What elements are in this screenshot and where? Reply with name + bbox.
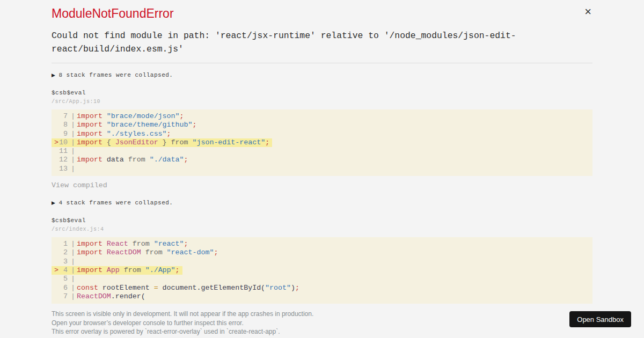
code-line: 3| — [52, 258, 592, 266]
gutter-separator: | — [71, 130, 75, 138]
collapsed-frames-label: 4 stack frames were collapsed. — [58, 200, 173, 206]
line-number: 13 — [58, 165, 68, 173]
line-marker — [52, 284, 58, 292]
divider — [52, 63, 592, 63]
footer-note: This screen is visible only in developme… — [52, 310, 592, 319]
error-title: ModuleNotFoundError — [52, 6, 592, 20]
code-text: import App from "./App"; — [77, 266, 180, 274]
code-line: 12|import data from "./data"; — [52, 156, 592, 164]
code-line: 6|const rootElement = document.getElemen… — [52, 284, 592, 292]
line-number: 12 — [58, 156, 68, 164]
code-text: const rootElement = document.getElementB… — [77, 284, 299, 292]
code-line: 13| — [52, 165, 592, 173]
gutter-separator: | — [71, 156, 75, 164]
frame-location: /src/index.js:4 — [52, 226, 592, 233]
error-line-marker: > — [52, 266, 58, 275]
line-number: 8 — [58, 121, 68, 129]
error-line-marker: > — [52, 138, 58, 147]
code-text: import "brace/theme/github"; — [77, 121, 196, 129]
footer: This screen is visible only in developme… — [52, 310, 592, 336]
line-marker — [52, 130, 58, 138]
gutter-separator: | — [71, 248, 75, 257]
gutter-separator: | — [71, 266, 75, 275]
line-number: 4 — [58, 266, 68, 275]
code-line: 11| — [52, 147, 592, 156]
gutter-separator: | — [71, 112, 75, 121]
collapsed-frames-label: 8 stack frames were collapsed. — [58, 72, 173, 78]
line-marker — [52, 121, 58, 129]
line-number: 10 — [58, 138, 68, 147]
line-number: 5 — [58, 275, 68, 283]
collapsed-frames-toggle[interactable]: ▶8 stack frames were collapsed. — [52, 71, 592, 79]
line-number: 7 — [58, 292, 68, 301]
line-number: 6 — [58, 284, 68, 292]
line-number: 7 — [58, 112, 68, 121]
gutter-separator: | — [71, 121, 75, 129]
code-line: >4|import App from "./App"; — [52, 266, 592, 275]
close-icon[interactable]: × — [584, 6, 591, 18]
line-marker — [52, 292, 58, 301]
line-marker — [52, 112, 58, 121]
gutter-separator: | — [71, 275, 75, 283]
line-number: 2 — [58, 248, 68, 257]
gutter-separator: | — [71, 240, 75, 248]
frame-function: $csb$eval — [52, 89, 592, 97]
code-line: 1|import React from "react"; — [52, 240, 592, 248]
code-line: 8|import "brace/theme/github"; — [52, 121, 592, 129]
code-text: import { JsonEditor } from "json-edit-re… — [77, 138, 269, 146]
footer-note: This error overlay is powered by `react-… — [52, 327, 592, 336]
view-compiled-link[interactable]: View compiled — [52, 182, 592, 189]
line-marker — [52, 275, 58, 283]
code-text: import React from "react"; — [77, 240, 188, 248]
error-message: Could not find module in path: 'react/js… — [52, 29, 592, 56]
code-frame: 1|import React from "react"; 2|import Re… — [52, 237, 592, 304]
code-line: >10|import { JsonEditor } from "json-edi… — [52, 138, 592, 147]
line-number: 9 — [58, 130, 68, 138]
code-text: import "./styles.css"; — [77, 130, 171, 138]
line-marker — [52, 147, 58, 156]
frame-location: /src/App.js:10 — [52, 99, 592, 105]
collapsed-frames-toggle[interactable]: ▶4 stack frames were collapsed. — [52, 199, 592, 207]
triangle-right-icon: ▶ — [52, 200, 55, 205]
line-number: 11 — [58, 147, 68, 156]
line-marker — [52, 248, 58, 257]
gutter-separator: | — [71, 165, 75, 173]
line-number: 1 — [58, 240, 68, 248]
code-text: import "brace/mode/json"; — [77, 112, 184, 120]
triangle-right-icon: ▶ — [52, 72, 55, 78]
gutter-separator: | — [71, 138, 75, 147]
error-overlay: × ModuleNotFoundError Could not find mod… — [0, 0, 644, 338]
gutter-separator: | — [71, 258, 75, 266]
gutter-separator: | — [71, 292, 75, 301]
line-marker — [52, 240, 58, 248]
footer-note: Open your browser’s developer console to… — [52, 319, 592, 328]
code-text: import ReactDOM from "react-dom"; — [77, 248, 218, 256]
code-line: 9|import "./styles.css"; — [52, 130, 592, 138]
line-number: 3 — [58, 258, 68, 266]
code-line: 5| — [52, 275, 592, 283]
code-text: import data from "./data"; — [77, 156, 188, 164]
gutter-separator: | — [71, 284, 75, 292]
code-line: 7|import "brace/mode/json"; — [52, 112, 592, 121]
code-text: ReactDOM.render( — [77, 292, 145, 300]
line-marker — [52, 165, 58, 173]
code-frame: 7|import "brace/mode/json"; 8|import "br… — [52, 109, 592, 176]
code-line: 7|ReactDOM.render( — [52, 292, 592, 301]
gutter-separator: | — [71, 147, 75, 156]
line-marker — [52, 258, 58, 266]
frame-function: $csb$eval — [52, 217, 592, 224]
open-sandbox-button[interactable]: Open Sandbox — [569, 311, 631, 327]
line-marker — [52, 156, 58, 164]
code-line: 2|import ReactDOM from "react-dom"; — [52, 248, 592, 257]
